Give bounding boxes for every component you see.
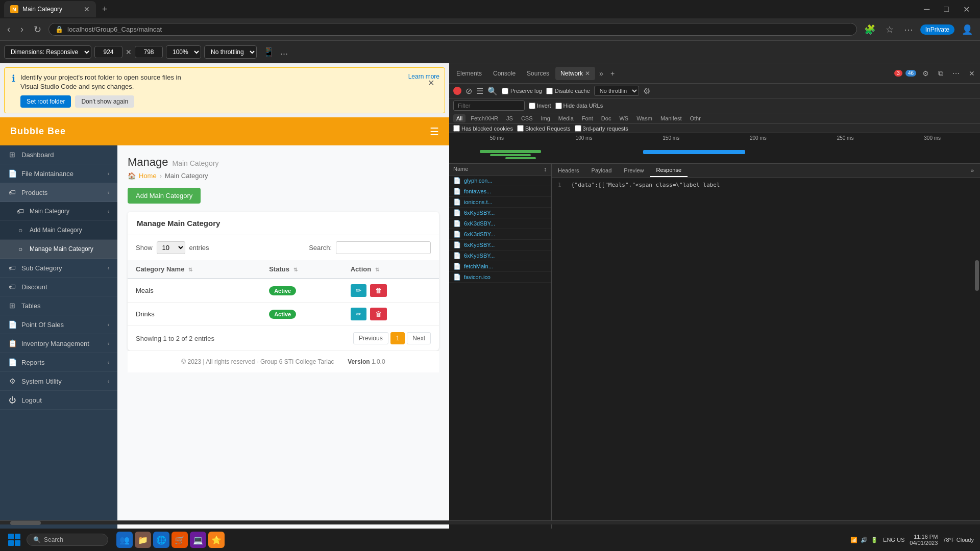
sidebar-item-discount[interactable]: 🏷 Discount [0,278,117,296]
filter-ws[interactable]: WS [616,114,631,122]
settings-button[interactable]: ⚙ [919,67,932,80]
network-file-item[interactable]: 📄 6xK3dSBY... [449,218,551,229]
network-file-item[interactable]: 📄 6xK3dSBY... [449,229,551,240]
tab-network[interactable]: Network ✕ [555,67,595,80]
scrollbar-thumb[interactable] [975,260,979,291]
add-panel-button[interactable]: + [607,67,618,80]
taskbar-app-other[interactable]: ⭐ [208,532,225,548]
throttling-select[interactable]: No throttlin [594,86,639,96]
sidebar-item-reports[interactable]: 📄 Reports ‹ [0,353,117,372]
back-button[interactable]: ‹ [4,22,13,37]
sidebar-item-inventory[interactable]: 📋 Inventory Management ‹ [0,334,117,353]
taskbar-app-files[interactable]: 📁 [135,532,151,548]
clear-network-button[interactable]: ⊘ [465,86,472,96]
blocked-requests-checkbox[interactable] [517,125,524,132]
taskbar-app-store[interactable]: 🛒 [172,532,188,548]
network-file-item[interactable]: 📄 favicon.ico [449,272,551,283]
disable-cache-checkbox[interactable] [546,88,553,94]
filter-css[interactable]: CSS [518,114,536,122]
network-settings-button[interactable]: ⚙ [643,86,650,96]
profile-avatar[interactable]: 👤 [959,22,976,37]
tab-console[interactable]: Console [488,67,521,80]
filter-wasm[interactable]: Wasm [633,114,655,122]
sidebar-item-point-of-sales[interactable]: 📄 Point Of Sales ‹ [0,315,117,334]
filter-img[interactable]: Img [538,114,553,122]
sidebar-item-file-maintainance[interactable]: 📄 File Maintainance ‹ [0,164,117,183]
sidebar-item-manage-main-category[interactable]: ○ Manage Main Category [0,240,117,259]
entries-select[interactable]: 10 25 50 100 [157,241,185,254]
sidebar-item-logout[interactable]: ⏻ Logout [0,391,117,410]
forward-button[interactable]: › [17,22,27,37]
delete-meals-button[interactable]: 🗑 [370,284,387,297]
filter-manifest[interactable]: Manifest [657,114,685,122]
network-file-item[interactable]: 📄 6xKydSBY... [449,208,551,218]
network-file-item[interactable]: 📄 6xKydSBY... [449,251,551,261]
learn-more-link[interactable]: Learn more [408,73,439,80]
close-devtools-button[interactable]: ✕ [966,67,978,80]
dont-show-again-button[interactable]: Don't show again [75,95,134,108]
restore-button[interactable]: □ [938,1,955,17]
add-main-category-button[interactable]: Add Main Category [128,188,201,204]
tab-sources[interactable]: Sources [522,67,554,80]
network-file-item[interactable]: 📄 ionicons.t... [449,197,551,208]
sort-action-icon[interactable]: ⇅ [375,267,379,272]
tab-close-btn[interactable]: ✕ [84,5,90,13]
more-options-button[interactable]: ... [280,46,288,57]
active-tab[interactable]: M Main Category ✕ [4,1,96,17]
nav-toggle-button[interactable]: ☰ [430,126,439,138]
edit-drinks-button[interactable]: ✏ [351,308,366,320]
info-close-button[interactable]: ✕ [428,78,434,88]
width-input[interactable] [94,46,122,58]
filter-font[interactable]: Font [579,114,596,122]
preserve-log-checkbox[interactable] [502,88,508,94]
filter-media[interactable]: Media [555,114,577,122]
breadcrumb-home-link[interactable]: Home [139,172,157,180]
network-file-item[interactable]: 📄 fetchMain... [449,261,551,272]
sidebar-item-products[interactable]: 🏷 Products ‹ [0,183,117,202]
next-page-button[interactable]: Next [407,332,431,344]
sidebar-item-tables[interactable]: ⊞ Tables [0,296,117,315]
address-bar[interactable]: 🔒 localhost/Group6_Caps/maincat [48,23,857,36]
resp-tab-payload[interactable]: Payload [585,164,618,177]
set-root-folder-button[interactable]: Set root folder [20,95,71,108]
more-dt-button[interactable]: ⋯ [949,67,963,80]
filter-fetch-xhr[interactable]: Fetch/XHR [468,114,501,122]
sidebar-item-main-category[interactable]: 🏷 Main Category ‹ [0,202,117,221]
dimensions-select[interactable]: Dimensions: Responsive [4,45,91,59]
filter-js[interactable]: JS [503,114,516,122]
sidebar-item-sub-category[interactable]: 🏷 Sub Category ‹ [0,259,117,278]
page-1-button[interactable]: 1 [390,332,405,344]
more-tabs-button[interactable]: » [596,67,606,80]
filter-all[interactable]: All [453,114,465,122]
hide-data-urls-checkbox[interactable] [555,103,562,109]
resp-tab-headers[interactable]: Headers [552,164,585,177]
resp-tab-preview[interactable]: Preview [618,164,650,177]
prev-page-button[interactable]: Previous [353,332,388,344]
sidebar-item-dashboard[interactable]: ⊞ Dashboard [0,145,117,164]
tab-elements[interactable]: Elements [451,67,487,80]
settings-button[interactable]: ⋯ [901,22,916,37]
taskbar-app-teams[interactable]: 👥 [116,532,133,548]
minimize-button[interactable]: ─ [918,1,936,17]
inprivate-button[interactable]: InPrivate [920,24,954,35]
sidebar-item-add-main-category[interactable]: ○ Add Main Category [0,221,117,240]
filter-doc[interactable]: Doc [598,114,615,122]
invert-checkbox[interactable] [529,103,535,109]
horizontal-scrollbar[interactable] [449,520,980,524]
network-file-item[interactable]: 📄 glyphicon... [449,176,551,186]
third-party-checkbox[interactable] [575,125,581,132]
delete-drinks-button[interactable]: 🗑 [370,308,387,320]
network-file-item[interactable]: 📄 6xKydSBY... [449,240,551,251]
start-button[interactable] [6,532,22,548]
screenshot-button[interactable]: 📱 [260,44,277,60]
sidebar-item-system-utility[interactable]: ⚙ System Utility ‹ [0,372,117,391]
reload-button[interactable]: ↻ [31,22,44,37]
taskbar-search[interactable]: 🔍 Search [27,534,108,546]
search-input[interactable] [336,241,431,254]
taskbar-app-vs[interactable]: 💻 [190,532,206,548]
search-network-button[interactable]: 🔍 [487,86,498,96]
sort-status-icon[interactable]: ⇅ [293,267,298,272]
network-file-item[interactable]: 📄 fontawes... [449,186,551,197]
dock-button[interactable]: ⧉ [935,67,946,80]
record-button[interactable] [453,87,461,95]
